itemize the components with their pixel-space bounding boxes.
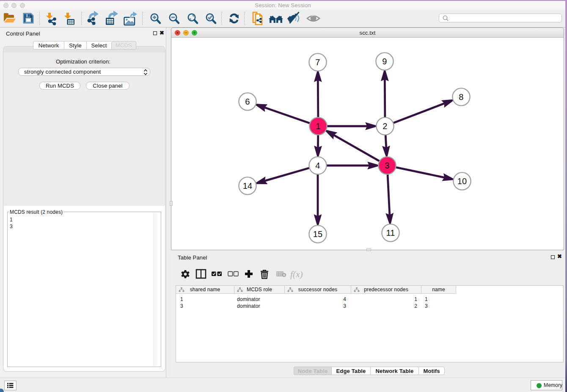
svg-text:3: 3: [385, 161, 389, 170]
svg-text:11: 11: [386, 228, 395, 237]
svg-text:4: 4: [315, 161, 320, 170]
svg-text:15: 15: [313, 229, 323, 239]
svg-text:7: 7: [315, 58, 320, 67]
svg-text:10: 10: [457, 177, 467, 186]
svg-text:2: 2: [383, 121, 387, 131]
svg-text:1: 1: [316, 121, 320, 131]
svg-text:8: 8: [459, 92, 463, 102]
svg-text:f(x): f(x): [290, 269, 303, 279]
svg-text:14: 14: [243, 181, 253, 190]
svg-text:9: 9: [382, 57, 387, 66]
svg-text:6: 6: [245, 97, 250, 106]
